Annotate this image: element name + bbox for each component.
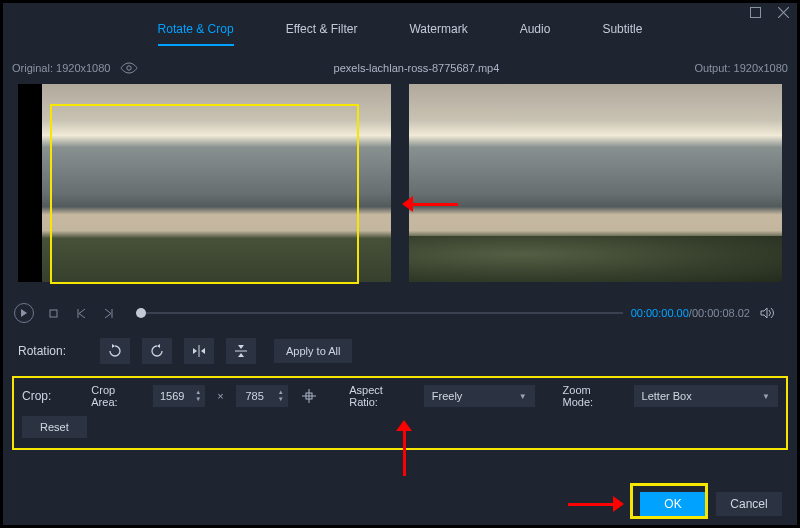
preview-eye-icon[interactable] bbox=[120, 62, 138, 74]
chevron-down-icon: ▼ bbox=[762, 392, 770, 401]
rotation-row: Rotation: Apply to All bbox=[0, 324, 800, 364]
timeline-track[interactable] bbox=[136, 312, 623, 314]
crop-height-input[interactable]: 785 ▲▼ bbox=[236, 385, 288, 407]
zoom-mode-select[interactable]: Letter Box▼ bbox=[634, 385, 778, 407]
crop-section-highlight: Crop: Crop Area: 1569 ▲▼ × 785 ▲▼ Aspect… bbox=[12, 376, 788, 450]
play-button[interactable] bbox=[14, 303, 34, 323]
original-resolution-label: Original: 1920x1080 bbox=[12, 62, 110, 74]
tab-rotate-crop[interactable]: Rotate & Crop bbox=[158, 22, 234, 46]
timeline-playhead[interactable] bbox=[136, 308, 146, 318]
tab-watermark[interactable]: Watermark bbox=[409, 22, 467, 46]
crop-label: Crop: bbox=[22, 389, 81, 403]
svg-point-1 bbox=[127, 66, 131, 70]
crop-width-up[interactable]: ▲ bbox=[195, 389, 201, 396]
tab-subtitle[interactable]: Subtitle bbox=[602, 22, 642, 46]
time-display: 00:00:00.00/00:00:08.02 bbox=[631, 307, 750, 319]
volume-icon[interactable] bbox=[758, 304, 776, 322]
crop-position-button[interactable] bbox=[298, 385, 322, 407]
zoom-mode-label: Zoom Mode: bbox=[563, 384, 624, 408]
transport-bar: 00:00:00.00/00:00:08.02 bbox=[14, 302, 786, 324]
apply-to-all-button[interactable]: Apply to All bbox=[274, 339, 352, 363]
window-close-icon[interactable] bbox=[776, 5, 790, 19]
aspect-ratio-label: Aspect Ratio: bbox=[349, 384, 414, 408]
crop-selection-rect[interactable] bbox=[50, 104, 359, 284]
ok-button[interactable]: OK bbox=[640, 492, 706, 516]
crop-width-down[interactable]: ▼ bbox=[195, 396, 201, 403]
next-frame-button[interactable] bbox=[100, 304, 118, 322]
output-preview bbox=[409, 84, 782, 282]
rotate-left-button[interactable] bbox=[100, 338, 130, 364]
window-maximize-icon[interactable] bbox=[748, 5, 762, 19]
crop-height-down[interactable]: ▼ bbox=[278, 396, 284, 403]
file-name: pexels-lachlan-ross-8775687.mp4 bbox=[334, 62, 500, 74]
annotation-arrow-right bbox=[568, 496, 624, 512]
crop-area-label: Crop Area: bbox=[91, 384, 143, 408]
tab-effect-filter[interactable]: Effect & Filter bbox=[286, 22, 358, 46]
aspect-ratio-select[interactable]: Freely▼ bbox=[424, 385, 535, 407]
tab-audio[interactable]: Audio bbox=[520, 22, 551, 46]
window-controls bbox=[748, 5, 790, 19]
flip-vertical-button[interactable] bbox=[226, 338, 256, 364]
output-preview-image bbox=[409, 84, 782, 282]
rotate-right-button[interactable] bbox=[142, 338, 172, 364]
reset-button[interactable]: Reset bbox=[22, 416, 87, 438]
svg-rect-2 bbox=[50, 310, 57, 317]
tab-bar: Rotate & Crop Effect & Filter Watermark … bbox=[0, 0, 800, 46]
cancel-button[interactable]: Cancel bbox=[716, 492, 782, 516]
output-resolution-label: Output: 1920x1080 bbox=[694, 62, 788, 74]
dialog-footer: OK Cancel bbox=[640, 492, 782, 516]
stop-button[interactable] bbox=[44, 304, 62, 322]
crop-multiply-icon: × bbox=[215, 390, 225, 402]
flip-horizontal-button[interactable] bbox=[184, 338, 214, 364]
svg-rect-0 bbox=[750, 7, 760, 17]
rotation-label: Rotation: bbox=[18, 344, 88, 358]
prev-frame-button[interactable] bbox=[72, 304, 90, 322]
info-bar: Original: 1920x1080 pexels-lachlan-ross-… bbox=[0, 58, 800, 78]
chevron-down-icon: ▼ bbox=[519, 392, 527, 401]
crop-width-input[interactable]: 1569 ▲▼ bbox=[153, 385, 205, 407]
crop-height-up[interactable]: ▲ bbox=[278, 389, 284, 396]
original-preview[interactable] bbox=[18, 84, 391, 282]
